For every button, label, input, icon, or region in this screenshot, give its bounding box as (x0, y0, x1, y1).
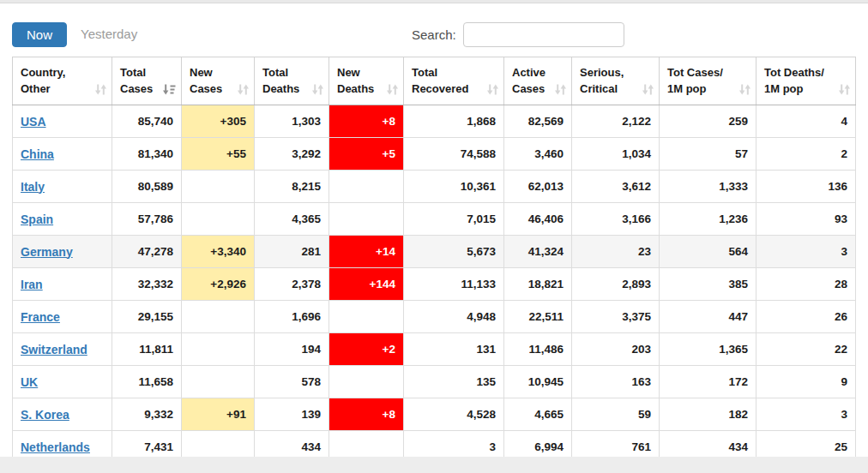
table-row: Iran32,332+2,9262,378+14411,13318,8212,8… (13, 268, 856, 301)
country-link[interactable]: Germany (21, 245, 73, 259)
cell-new-cases: +3,340 (182, 236, 255, 268)
country-link[interactable]: USA (21, 115, 46, 129)
column-header-total-recovered[interactable]: Total Recovered (404, 57, 504, 105)
cell-country: Iran (13, 268, 112, 301)
column-header-serious-critical[interactable]: Serious, Critical (572, 57, 660, 105)
country-link[interactable]: UK (21, 375, 38, 389)
column-label-tot-cases-1m: Tot Cases/ 1M pop (667, 65, 738, 98)
cell-total-deaths: 1,303 (255, 105, 329, 138)
cell-new-deaths: +14 (329, 236, 404, 268)
cell-tot-cases-1m: 1,365 (660, 333, 756, 366)
column-header-new-deaths[interactable]: New Deaths (329, 57, 404, 105)
sort-desc-icon[interactable] (163, 84, 176, 95)
cell-total-recovered: 74,588 (404, 138, 504, 171)
column-header-tot-deaths-1m[interactable]: Tot Deaths/ 1M pop (756, 57, 856, 105)
cell-new-cases (182, 301, 255, 333)
cell-tot-cases-1m: 57 (660, 138, 756, 171)
column-header-total-cases[interactable]: Total Cases (112, 57, 182, 105)
sort-both-icon[interactable] (238, 84, 249, 95)
cell-serious-critical: 3,375 (572, 301, 660, 333)
cell-active-cases: 3,460 (504, 138, 572, 171)
cell-total-cases: 81,340 (112, 138, 182, 171)
cell-new-cases: +91 (182, 398, 255, 431)
yesterday-button[interactable]: Yesterday (81, 27, 137, 41)
search-input[interactable] (463, 22, 624, 47)
cell-serious-critical: 3,166 (572, 203, 660, 236)
cell-total-deaths: 281 (255, 236, 329, 268)
cell-total-deaths: 194 (255, 333, 329, 366)
cell-tot-deaths-1m: 26 (756, 301, 856, 333)
now-button[interactable]: Now (12, 22, 67, 47)
table-row: UK11,65857813510,9451631729 (13, 366, 856, 398)
cell-total-recovered: 11,133 (404, 268, 504, 301)
cell-new-deaths (329, 203, 404, 236)
column-header-tot-cases-1m[interactable]: Tot Cases/ 1M pop (660, 57, 756, 105)
cell-total-deaths: 3,292 (255, 138, 329, 171)
cell-tot-deaths-1m: 9 (756, 366, 856, 398)
search-group: Search: (412, 22, 624, 47)
cell-total-cases: 85,740 (112, 105, 182, 138)
cell-country: France (13, 301, 112, 333)
table-row: Italy80,5898,21510,36162,0133,6121,33313… (13, 171, 856, 203)
table-row: China81,340+553,292+574,5883,4601,034572 (13, 138, 856, 171)
cell-tot-cases-1m: 259 (660, 105, 756, 138)
cell-new-deaths: +8 (329, 105, 404, 138)
cell-total-recovered: 4,948 (404, 301, 504, 333)
table-row: Switzerland11,811194+213111,4862031,3652… (13, 333, 856, 366)
column-label-total-recovered: Total Recovered (412, 65, 486, 98)
column-label-new-deaths: New Deaths (337, 65, 386, 98)
sort-both-icon[interactable] (555, 84, 566, 95)
column-header-new-cases[interactable]: New Cases (182, 57, 255, 105)
cell-new-deaths: +144 (329, 268, 404, 301)
sort-both-icon[interactable] (387, 84, 398, 95)
cell-tot-cases-1m: 564 (660, 236, 756, 268)
cell-serious-critical: 2,893 (572, 268, 660, 301)
column-header-active-cases[interactable]: Active Cases (504, 57, 572, 105)
sort-both-icon[interactable] (642, 84, 654, 95)
cell-new-cases: +305 (182, 105, 255, 138)
cell-new-deaths: +5 (329, 138, 404, 171)
country-link[interactable]: Iran (21, 278, 43, 291)
sort-both-icon[interactable] (487, 84, 498, 95)
cell-new-cases (182, 171, 255, 203)
country-link[interactable]: Switzerland (21, 343, 87, 356)
table-row: S. Korea9,332+91139+84,5284,665591823 (13, 398, 856, 431)
country-link[interactable]: Netherlands (21, 440, 90, 454)
country-link[interactable]: S. Korea (21, 408, 69, 422)
cell-tot-cases-1m: 172 (660, 366, 756, 398)
sort-both-icon[interactable] (739, 84, 750, 95)
sort-both-icon[interactable] (312, 84, 323, 95)
country-link[interactable]: China (21, 147, 54, 161)
table-row: France29,1551,6964,94822,5113,37544726 (13, 301, 856, 333)
country-link[interactable]: France (21, 310, 60, 324)
column-label-new-cases: New Cases (190, 65, 237, 98)
cell-tot-cases-1m: 1,236 (660, 203, 756, 236)
cell-active-cases: 18,821 (504, 268, 572, 301)
cell-tot-cases-1m: 182 (660, 398, 756, 431)
column-label-tot-deaths-1m: Tot Deaths/ 1M pop (764, 65, 838, 98)
cell-tot-deaths-1m: 93 (756, 203, 856, 236)
cell-new-deaths: +8 (329, 398, 404, 431)
cell-active-cases: 62,013 (504, 171, 572, 203)
cell-total-cases: 29,155 (112, 301, 182, 333)
cell-total-deaths: 139 (255, 398, 329, 431)
country-link[interactable]: Spain (21, 213, 53, 226)
cell-tot-cases-1m: 385 (660, 268, 756, 301)
country-link[interactable]: Italy (21, 180, 45, 194)
column-label-serious-critical: Serious, Critical (580, 65, 642, 98)
column-header-country-other[interactable]: Country, Other (13, 57, 112, 105)
column-header-total-deaths[interactable]: Total Deaths (255, 57, 329, 105)
cell-total-recovered: 7,015 (404, 203, 504, 236)
bottom-page-background (0, 457, 868, 473)
sort-both-icon[interactable] (839, 84, 850, 95)
cell-total-cases: 11,658 (112, 366, 182, 398)
cell-total-deaths: 1,696 (255, 301, 329, 333)
table-row: Spain57,7864,3657,01546,4063,1661,23693 (13, 203, 856, 236)
cell-tot-deaths-1m: 22 (756, 333, 856, 366)
header-row: Country, OtherTotal CasesNew CasesTotal … (13, 57, 856, 105)
sort-both-icon[interactable] (95, 84, 106, 95)
cell-serious-critical: 1,034 (572, 138, 660, 171)
cell-serious-critical: 59 (572, 398, 660, 431)
cell-active-cases: 11,486 (504, 333, 572, 366)
cell-total-recovered: 4,528 (404, 398, 504, 431)
